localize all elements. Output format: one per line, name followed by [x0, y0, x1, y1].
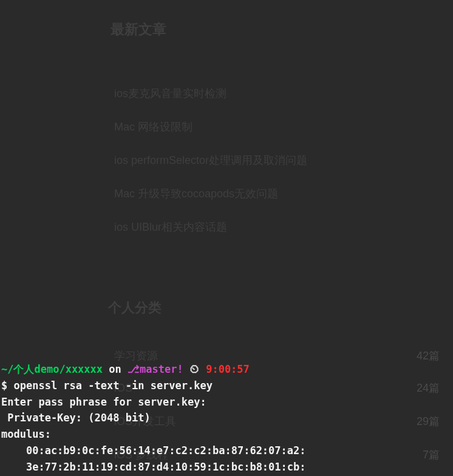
bg-article-item: ios UIBlur相关内容话题 [114, 219, 227, 236]
branch-icon: ⎇ [128, 363, 140, 375]
bg-article-item: Mac 升级导致cocoapods无效问题 [114, 185, 278, 202]
git-dirty-bang: ! [177, 363, 183, 375]
prompt-time: 9:00:57 [206, 363, 250, 375]
prompt-line: ~/个人demo/xxxxxx on ⎇master! ⏲ 9:00:57 [1, 363, 250, 375]
clock-icon: ⏲ [183, 363, 206, 375]
cwd-path: ~/个人demo/xxxxxx [1, 363, 103, 375]
modulus-hex-line: 00:ac:b9:0c:fe:56:14:e7:c2:c2:ba:87:62:0… [1, 444, 306, 457]
prompt-on: on [103, 363, 128, 375]
bg-category-heading: 个人分类 [108, 298, 162, 319]
bg-article-item: ios performSelector处理调用及取消问题 [114, 152, 307, 169]
prompt-char: $ [1, 379, 13, 392]
terminal-output[interactable]: ~/个人demo/xxxxxx on ⎇master! ⏲ 9:00:57 $ … [0, 359, 453, 476]
command-line: $ openssl rsa -text -in server.key [1, 379, 213, 392]
modulus-label: modulus: [1, 428, 51, 440]
bg-article-item: ios麦克风音量实时检测 [114, 85, 226, 102]
command-text: openssl rsa -text -in server.key [13, 379, 213, 392]
bg-article-item: Mac 网络设限制 [114, 118, 192, 135]
modulus-hex-line: 3e:77:2b:11:19:cd:87:d4:10:59:1c:bc:b8:0… [1, 461, 306, 473]
git-branch: master [140, 363, 177, 375]
bg-section-title: 最新文章 [111, 18, 166, 40]
pass-phrase-prompt: Enter pass phrase for server.key: [1, 396, 206, 408]
private-key-header: Private-Key: (2048 bit) [1, 412, 151, 424]
